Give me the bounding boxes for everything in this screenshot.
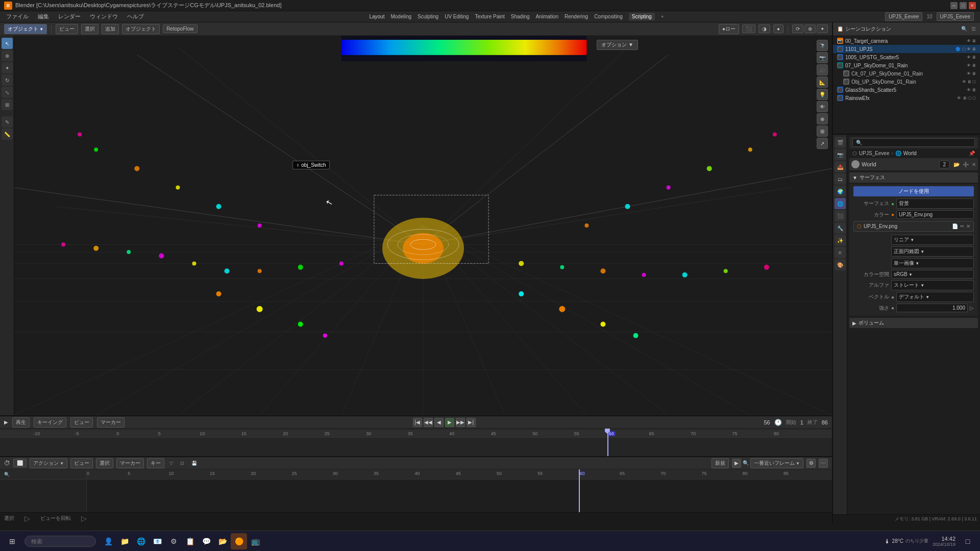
outliner-search-icon[interactable]: 🔍 <box>961 26 967 32</box>
props-modifier-icon[interactable]: 🔧 <box>835 222 846 234</box>
step-back-btn[interactable]: ◀◀ <box>424 418 433 427</box>
props-output-icon[interactable]: 📤 <box>835 161 846 172</box>
select-menu[interactable]: 選択 <box>81 24 99 34</box>
play-btn[interactable]: ▶ <box>445 418 454 427</box>
render-view-btn[interactable]: 🎥 <box>817 64 828 76</box>
nav-edit[interactable]: 編集 <box>34 12 53 21</box>
viewport-3d[interactable]: (56) シーンコレクション | StageLight8MS_Rig.001 オ… <box>14 36 832 415</box>
ae-action-menu[interactable]: アクション <box>30 458 67 468</box>
shading-btn[interactable]: 💡 <box>817 89 828 100</box>
gizmo-pan[interactable]: ✦ <box>817 24 828 33</box>
taskbar-app-3[interactable]: 📧 <box>149 533 165 549</box>
uv-editing-tab-link[interactable]: UV Editing <box>445 14 469 19</box>
props-world-icon[interactable]: 🌐 <box>835 198 846 209</box>
gizmo-rotate[interactable]: ⟳ <box>792 24 803 33</box>
taskbar-app-0[interactable]: 👤 <box>100 533 116 549</box>
taskbar-app-5[interactable]: 📋 <box>182 533 198 549</box>
display-mode-btn[interactable]: 📐 <box>817 77 828 88</box>
taskbar-blender-btn[interactable]: 🟠 <box>231 533 247 549</box>
cursor-tool[interactable]: ⊕ <box>2 50 13 61</box>
select-tool[interactable]: ↖ <box>2 38 13 49</box>
world-add-btn[interactable]: ➕ <box>963 162 969 167</box>
strength-value[interactable]: 1.000 <box>896 304 968 312</box>
snapping-btn[interactable]: ⊞ <box>817 126 828 137</box>
ae-markers-menu[interactable]: マーカー <box>116 458 144 468</box>
props-scene-icon[interactable]: 🎬 <box>835 137 846 148</box>
scene-selector[interactable]: UPJS_Eevee <box>937 12 974 21</box>
overlay-btn[interactable]: 👁 <box>817 101 828 112</box>
ae-more-btn[interactable]: ⋯ <box>819 459 828 468</box>
skip-to-end-btn[interactable]: ▶| <box>467 418 476 427</box>
frame-end-input[interactable]: 86 <box>822 419 828 425</box>
outliner-item-1[interactable]: ⬛ 1101_UPJS 🔵 ⬡ 👁 🖥 <box>833 45 980 53</box>
render-engine-btn[interactable]: UPJS_Eevee <box>885 12 922 21</box>
scale-tool[interactable]: ⤡ <box>2 87 13 98</box>
current-frame-display[interactable]: 56 <box>764 419 770 425</box>
taskbar-app-7[interactable]: 📂 <box>214 533 231 549</box>
ae-play-btn[interactable]: ▶ <box>732 459 741 468</box>
props-particles-icon[interactable]: ✨ <box>835 235 846 246</box>
rotate-tool[interactable]: ↻ <box>2 74 13 86</box>
taskbar-app-6[interactable]: 💬 <box>198 533 214 549</box>
keying-menu[interactable]: キーイング <box>34 417 66 428</box>
timeline-ruler[interactable]: -10 -5 0 5 10 15 20 25 30 35 40 45 50 55 <box>0 429 832 456</box>
viewport-shading-rendered[interactable]: ● <box>773 24 783 33</box>
alpha-dropdown[interactable]: ストレート <box>891 280 974 290</box>
linear-dropdown[interactable]: リニア <box>891 235 974 245</box>
taskbar-app-2[interactable]: 🌐 <box>133 533 149 549</box>
node-edit-icon[interactable]: ✏ <box>960 223 964 229</box>
gizmo-zoom[interactable]: ⊕ <box>804 24 816 33</box>
taskbar-app-4[interactable]: ⚙ <box>165 533 182 549</box>
ae-new-btn[interactable]: 新規 <box>712 458 729 468</box>
node-delete-icon[interactable]: ✕ <box>966 223 970 229</box>
xray-btn[interactable]: ⊕ <box>817 113 828 124</box>
measure-tool[interactable]: 📏 <box>2 129 13 140</box>
sculpting-tab-link[interactable]: Sculpting <box>418 14 438 19</box>
compositing-tab-link[interactable]: Compositing <box>594 14 623 19</box>
outliner-item-6[interactable]: ⬛ GlassShards_Scatter5 👁 🖥 <box>833 86 980 94</box>
props-material-icon[interactable]: 🎨 <box>835 259 846 270</box>
node-copy-icon[interactable]: 📄 <box>952 223 958 229</box>
viewport-shading-solid[interactable]: ⬛ <box>742 24 755 33</box>
rendering-tab-link[interactable]: Rendering <box>565 14 588 19</box>
options-button[interactable]: オプション ▼ <box>597 40 638 50</box>
ae-playback-mode[interactable]: 一番近いフレーム <box>750 458 803 468</box>
nav-window[interactable]: ウィンドウ <box>86 12 122 21</box>
annotate-tool[interactable]: ✎ <box>2 116 13 128</box>
world-delete-btn[interactable]: ✕ <box>972 162 976 167</box>
volume-section-header[interactable]: ▶ ボリューム <box>849 318 978 328</box>
outliner-item-3[interactable]: ⬛ 07_UP_SkyDome_01_Rain 👁 🖥 <box>833 61 980 69</box>
start-button[interactable]: ⊞ <box>4 533 20 549</box>
outliner-item-4[interactable]: ⬛ Cit_07_UP_SkyDome_01_Rain 👁 🖥 <box>833 69 980 78</box>
ae-select-menu[interactable]: 選択 <box>96 458 113 468</box>
timeline-markers-menu[interactable]: マーカー <box>97 417 125 428</box>
blend-mode-dropdown[interactable]: 正面円錐図 <box>891 246 974 257</box>
play-reverse-btn[interactable]: ◀ <box>434 418 444 427</box>
layout-tab-link[interactable]: Layout <box>369 14 384 19</box>
vector-dropdown[interactable]: デフォルト <box>896 292 974 302</box>
props-object-icon[interactable]: ⬛ <box>835 210 846 221</box>
overlay-selector[interactable]: ●ロー <box>719 24 739 34</box>
outliner-item-7[interactable]: ⬛ RainowEfx 👁 🖥 ⬡ ⬡ <box>833 94 980 102</box>
world-user-count[interactable]: 2 <box>939 161 949 168</box>
transform-tool[interactable]: ⊞ <box>2 99 13 110</box>
props-scene-data-icon[interactable]: 🌍 <box>835 186 846 197</box>
scripting-tab-link[interactable]: Scripting <box>629 13 655 20</box>
outliner-filter-icon[interactable]: ☰ <box>971 26 976 32</box>
animation-tab-link[interactable]: Animation <box>536 14 558 19</box>
show-desktop-btn[interactable]: □ <box>960 533 976 549</box>
step-forward-btn[interactable]: ▶▶ <box>456 418 465 427</box>
outliner-item-5[interactable]: ⬛ Obj_UP_SkyDome_01_Rain 👁 🖥 ⬡ <box>833 78 980 86</box>
playback-menu[interactable]: 再生 <box>12 417 30 428</box>
ae-settings-btn[interactable]: ⚙ <box>806 459 816 468</box>
nav-file[interactable]: ファイル <box>2 12 33 21</box>
single-image-dropdown[interactable]: 単一画像 <box>891 258 974 268</box>
breadcrumb-pin-icon[interactable]: 📌 <box>969 151 975 156</box>
ae-object-selector[interactable]: ⬜ <box>13 459 27 467</box>
shading-tab-link[interactable]: Shading <box>511 14 530 19</box>
timeline-view-menu[interactable]: ビュー <box>70 417 93 428</box>
object-mode-selector[interactable]: オブジェクト <box>4 24 47 34</box>
surface-value[interactable]: 背景 <box>896 198 974 209</box>
maximize-button[interactable]: □ <box>960 2 967 9</box>
taskbar-search[interactable] <box>24 536 96 547</box>
